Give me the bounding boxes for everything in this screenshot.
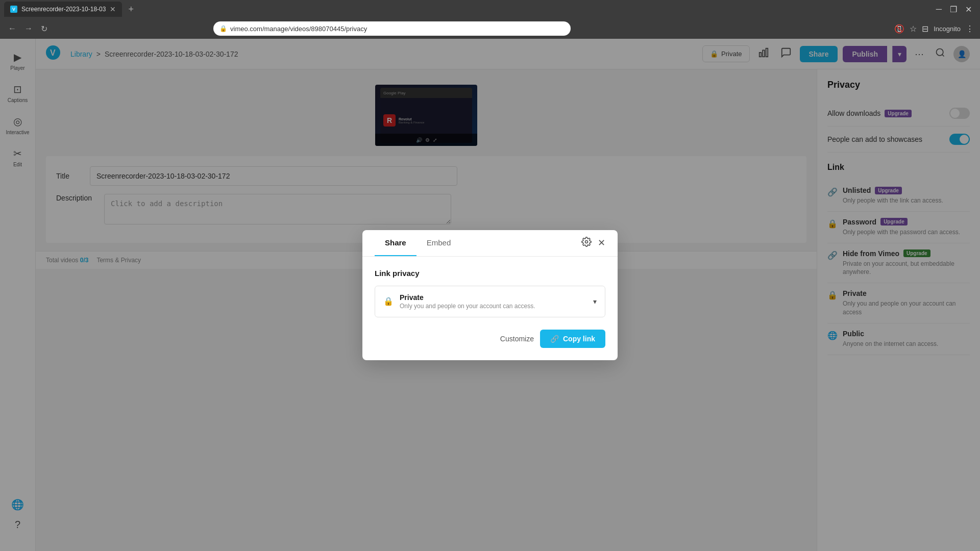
tab-favicon: V	[10, 6, 17, 13]
tab-bar: V Screenrecorder-2023-10-18-03 ✕ + ─ ❒ ✕	[0, 0, 980, 18]
chevron-down-icon: ▾	[593, 297, 597, 306]
link-icon: 🔗	[550, 335, 559, 343]
window-controls: ─ ❒ ✕	[936, 5, 976, 14]
modal-overlay[interactable]: Share Embed ✕ Link privacy 🔒 Private Onl…	[0, 39, 980, 551]
lock-icon: 🔒	[219, 25, 227, 32]
close-btn[interactable]: ✕	[965, 5, 972, 14]
copy-link-btn[interactable]: 🔗 Copy link	[540, 330, 605, 348]
forward-btn[interactable]: →	[22, 22, 35, 35]
back-btn[interactable]: ←	[6, 22, 18, 35]
no-camera-icon[interactable]: 📵	[894, 24, 904, 34]
dropdown-lock-icon: 🔒	[383, 296, 394, 306]
tab-title: Screenrecorder-2023-10-18-03	[21, 6, 106, 13]
dropdown-name: Private	[400, 293, 587, 302]
tab-embed[interactable]: Embed	[416, 230, 461, 256]
sidebar-btn[interactable]: ⊟	[922, 24, 928, 34]
minimize-btn[interactable]: ─	[936, 5, 942, 14]
browser-toolbar: ← → ↻ 🔒 vimeo.com/manage/videos/89807044…	[0, 18, 980, 39]
tab-close-btn[interactable]: ✕	[110, 5, 116, 13]
browser-tab[interactable]: V Screenrecorder-2023-10-18-03 ✕	[4, 2, 122, 17]
link-privacy-title: Link privacy	[375, 269, 605, 278]
dropdown-text: Private Only you and people on your acco…	[400, 293, 587, 310]
modal-footer: Customize 🔗 Copy link	[362, 330, 618, 360]
customize-btn[interactable]: Customize	[500, 335, 534, 343]
modal-close-btn[interactable]: ✕	[598, 237, 605, 248]
modal-tabs: Share Embed	[375, 230, 461, 256]
modal-header-row: Share Embed ✕	[375, 230, 605, 256]
url-text: vimeo.com/manage/videos/898070445/privac…	[230, 25, 367, 33]
incognito-badge[interactable]: Incognito	[934, 25, 961, 33]
share-modal: Share Embed ✕ Link privacy 🔒 Private Onl…	[362, 230, 618, 360]
privacy-dropdown[interactable]: 🔒 Private Only you and people on your ac…	[375, 286, 605, 317]
address-bar[interactable]: 🔒 vimeo.com/manage/videos/898070445/priv…	[213, 21, 571, 36]
modal-body: Link privacy 🔒 Private Only you and peop…	[362, 257, 618, 330]
bookmark-btn[interactable]: ☆	[910, 24, 917, 34]
new-tab-btn[interactable]: +	[124, 4, 138, 15]
maximize-btn[interactable]: ❒	[950, 5, 957, 14]
menu-btn[interactable]: ⋮	[966, 24, 974, 34]
modal-settings-btn[interactable]	[581, 237, 592, 249]
modal-actions: ✕	[581, 231, 605, 256]
modal-header: Share Embed ✕	[362, 230, 618, 257]
tab-share[interactable]: Share	[375, 230, 416, 256]
reload-btn[interactable]: ↻	[39, 22, 50, 36]
dropdown-desc: Only you and people on your account can …	[400, 303, 587, 310]
toolbar-icons: 📵 ☆ ⊟ Incognito ⋮	[894, 24, 974, 34]
